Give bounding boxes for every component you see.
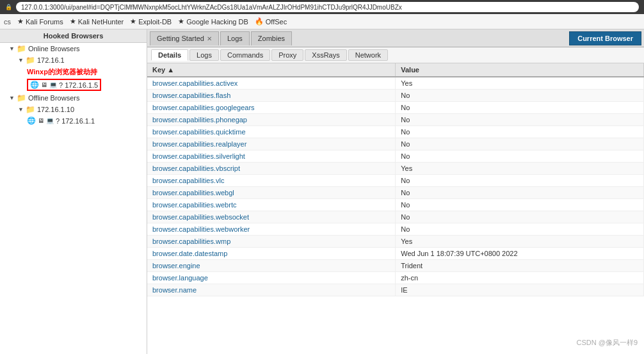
key-cell: browser.capabilities.webgl xyxy=(147,187,396,199)
table-container: Key ▲ Value browser.capabilities.activex… xyxy=(147,63,644,354)
google-hacking-icon: ★ xyxy=(178,17,184,26)
proxy-label: Proxy xyxy=(278,51,296,59)
table-row[interactable]: browser.capabilities.realplayerNo xyxy=(147,138,644,150)
main-container: Hooked Browsers ▼ 📁 Online Browsers ▼ 📁 … xyxy=(0,29,644,354)
table-row[interactable]: browser.languagezh-cn xyxy=(147,272,644,284)
current-browser-label: Current Browser xyxy=(577,35,633,42)
key-cell: browser.capabilities.quicktime xyxy=(147,126,396,138)
url-bar[interactable]: 127.0.0.1:3000/ui/panel#id=DQPTjClMfMWNx… xyxy=(16,2,639,12)
offline-browsers-group[interactable]: ▼ 📁 Offline Browsers xyxy=(0,92,147,104)
bookmark-kali-nethunter[interactable]: ★ Kali NetHunter xyxy=(70,17,124,26)
url-text: 127.0.0.1:3000/ui/panel#id=DQPTjClMfMWNx… xyxy=(21,4,402,11)
logs-label: Logs xyxy=(227,35,243,42)
sidebar-header: Hooked Browsers xyxy=(0,29,147,43)
folder-icon-3: 📁 xyxy=(17,93,26,102)
value-cell: zh-cn xyxy=(396,272,644,284)
offline-browser-item[interactable]: 🌐 🖥 💻 ? 172.16.1.1 xyxy=(0,115,147,126)
kali-nethunter-label: Kali NetHunter xyxy=(78,18,124,26)
value-cell: No xyxy=(396,223,644,236)
close-tab-icon[interactable]: ✕ xyxy=(207,35,212,42)
expand-arrow-3: ▼ xyxy=(9,95,15,101)
subtab-xssrays[interactable]: XssRays xyxy=(305,49,346,61)
table-row[interactable]: browser.capabilities.flashNo xyxy=(147,90,644,102)
value-cell: No xyxy=(396,150,644,163)
browser-ip-label: 172.16.1.5 xyxy=(65,81,98,89)
table-row[interactable]: browser.capabilities.websocketNo xyxy=(147,211,644,223)
windows-icon-2: 🖥 xyxy=(38,117,44,124)
watermark: CSDN @像风一样9 xyxy=(576,338,638,348)
online-ip-group[interactable]: ▼ 📁 172.16.1 xyxy=(0,54,147,66)
content-area: Getting Started ✕ Logs Zombies Current B… xyxy=(147,29,644,354)
key-cell: browser.language xyxy=(147,272,396,284)
tab-logs[interactable]: Logs xyxy=(220,31,250,45)
value-cell: No xyxy=(396,126,644,138)
kali-forums-icon: ★ xyxy=(17,17,24,26)
table-row[interactable]: browser.date.datestampWed Jun 1 18:07:39… xyxy=(147,248,644,260)
highlight-box[interactable]: 🌐 🖥 💻 ? 172.16.1.5 xyxy=(27,79,101,91)
col-value[interactable]: Value xyxy=(396,63,644,77)
subtab-proxy[interactable]: Proxy xyxy=(271,49,303,61)
value-cell: No xyxy=(396,102,644,114)
offline-browsers-label: Offline Browsers xyxy=(28,94,80,102)
tab-getting-started[interactable]: Getting Started ✕ xyxy=(150,31,219,45)
table-row[interactable]: browser.capabilities.googlegearsNo xyxy=(147,102,644,114)
key-cell: browser.capabilities.phonegap xyxy=(147,114,396,126)
table-row[interactable]: browser.capabilities.webworkerNo xyxy=(147,223,644,236)
bookmark-exploit-db[interactable]: ★ Exploit-DB xyxy=(130,17,172,26)
commands-label: Commands xyxy=(227,51,263,59)
col-key[interactable]: Key ▲ xyxy=(147,63,396,77)
key-cell: browser.capabilities.vbscript xyxy=(147,163,396,175)
value-cell: No xyxy=(396,114,644,126)
table-row[interactable]: browser.nameIE xyxy=(147,284,644,296)
hooked-browser-item[interactable]: Winxp的浏览器被劫持 🌐 🖥 💻 ? 172.16.1.5 xyxy=(0,66,147,92)
ie-icon-2: 🌐 xyxy=(27,117,36,125)
subtab-network[interactable]: Network xyxy=(348,49,388,61)
table-row[interactable]: browser.capabilities.webglNo xyxy=(147,187,644,199)
key-cell: browser.capabilities.websocket xyxy=(147,211,396,223)
key-cell: browser.capabilities.flash xyxy=(147,90,396,102)
tab-current-browser[interactable]: Current Browser xyxy=(569,31,641,45)
exploit-db-icon: ★ xyxy=(130,17,136,26)
subtab-commands[interactable]: Commands xyxy=(220,49,270,61)
google-hacking-label: Google Hacking DB xyxy=(186,18,248,26)
table-row[interactable]: browser.capabilities.silverlightNo xyxy=(147,150,644,163)
kali-forums-label: Kali Forums xyxy=(26,18,63,26)
bookmark-kali-forums[interactable]: ★ Kali Forums xyxy=(17,17,63,26)
key-cell: browser.date.datestamp xyxy=(147,248,396,260)
table-row[interactable]: browser.engineTrident xyxy=(147,260,644,272)
online-browsers-group[interactable]: ▼ 📁 Online Browsers xyxy=(0,43,147,54)
table-row[interactable]: browser.capabilities.vbscriptYes xyxy=(147,163,644,175)
bookmark-offsec[interactable]: 🔥 OffSec xyxy=(255,17,287,26)
offsec-icon: 🔥 xyxy=(255,17,264,26)
bookmark-google-hacking[interactable]: ★ Google Hacking DB xyxy=(178,17,248,26)
value-cell: IE xyxy=(396,284,644,296)
lock-icon: 🔒 xyxy=(5,4,12,10)
subtab-details[interactable]: Details xyxy=(151,49,188,61)
question-icon: ? xyxy=(59,81,63,89)
value-cell: No xyxy=(396,211,644,223)
key-cell: browser.capabilities.realplayer xyxy=(147,138,396,150)
key-cell: browser.capabilities.silverlight xyxy=(147,150,396,163)
offline-browser-ip-label: 172.16.1.1 xyxy=(61,117,95,125)
sub-tabs: Details Logs Commands Proxy XssRays Netw… xyxy=(147,47,644,63)
table-row[interactable]: browser.capabilities.webrtcNo xyxy=(147,199,644,211)
table-row[interactable]: browser.capabilities.wmpYes xyxy=(147,236,644,248)
tab-zombies[interactable]: Zombies xyxy=(251,31,292,45)
table-row[interactable]: browser.capabilities.phonegapNo xyxy=(147,114,644,126)
key-cell: browser.engine xyxy=(147,260,396,272)
table-row[interactable]: browser.capabilities.quicktimeNo xyxy=(147,126,644,138)
expand-arrow-2: ▼ xyxy=(18,57,24,63)
table-row[interactable]: browser.capabilities.activexYes xyxy=(147,77,644,90)
value-cell: Wed Jun 1 18:07:39 UTC+0800 2022 xyxy=(396,248,644,260)
value-cell: Trident xyxy=(396,260,644,272)
zombies-label: Zombies xyxy=(258,35,285,42)
online-ip-label: 172.16.1 xyxy=(37,56,65,64)
table-row[interactable]: browser.capabilities.vlcNo xyxy=(147,175,644,187)
offline-ip-group[interactable]: ▼ 📁 172.16.1.10 xyxy=(0,104,147,115)
expand-arrow-4: ▼ xyxy=(18,106,24,113)
value-cell: Yes xyxy=(396,77,644,90)
xssrays-label: XssRays xyxy=(312,51,339,59)
key-cell: browser.capabilities.webrtc xyxy=(147,199,396,211)
subtab-logs[interactable]: Logs xyxy=(189,49,219,61)
value-cell: Yes xyxy=(396,163,644,175)
